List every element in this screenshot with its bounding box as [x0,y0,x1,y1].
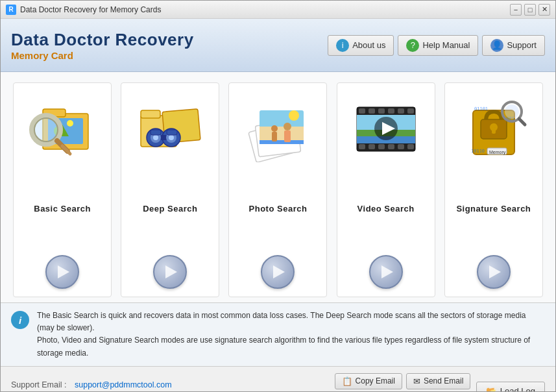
svg-rect-38 [407,108,414,114]
support-icon: 👤 [490,39,503,52]
svg-rect-35 [378,108,385,114]
svg-point-5 [67,120,73,127]
basic-search-icon-area [23,91,101,162]
load-log-button[interactable]: 📂 Load Log [476,382,545,392]
svg-rect-30 [284,130,291,142]
app-title: Data Doctor Recovery [11,30,328,50]
svg-rect-41 [378,144,385,149]
send-email-icon: ✉ [413,376,420,386]
help-icon: ? [406,39,419,52]
support-button[interactable]: 👤 Support [482,35,545,56]
basic-search-label: Basic Search [34,204,91,214]
app-subtitle: Memory Card [11,50,328,61]
photo-search-card[interactable]: Photo Search [228,82,327,297]
svg-line-62 [519,119,525,125]
footer-left: Support Email : support@pddmmctool.com W… [11,380,324,392]
search-grid: Basic Search [8,82,548,297]
svg-rect-36 [388,108,394,114]
svg-rect-28 [272,132,277,141]
svg-point-27 [271,125,278,132]
copy-email-button[interactable]: 📋 Copy Email [335,373,402,389]
svg-point-61 [505,104,519,119]
video-search-label: Video Search [357,204,415,214]
help-button[interactable]: ? Help Manual [398,35,478,56]
maximize-button[interactable]: □ [524,4,536,16]
video-search-card[interactable]: Video Search [337,82,435,297]
main-content: Basic Search [1,72,555,302]
svg-rect-21 [167,130,177,135]
svg-point-31 [289,110,299,121]
header: Data Doctor Recovery Memory Card i About… [1,19,555,72]
info-line1: The Basic Search is quick and recovers d… [37,311,526,332]
about-label: About us [352,40,385,50]
photo-search-label: Photo Search [249,204,308,214]
play-icon [165,265,177,278]
email-buttons: 📋 Copy Email ✉ Send Email [335,373,476,389]
svg-rect-43 [398,144,404,149]
photo-search-icon-area [239,91,317,162]
about-button[interactable]: i About us [328,35,394,56]
signature-search-icon-area: 01101 1001 10110 Memory [455,91,533,162]
footer: Support Email : support@pddmmctool.com W… [1,367,555,392]
photo-search-icon [239,91,317,162]
svg-rect-37 [398,108,404,114]
brand: Data Doctor Recovery Memory Card [11,30,328,61]
info-icon: i [336,39,349,52]
svg-point-18 [153,135,158,140]
basic-search-card[interactable]: Basic Search [13,82,112,297]
copy-email-label: Copy Email [356,376,395,386]
support-label: Support [507,40,537,50]
basic-search-play-btn[interactable] [45,255,79,289]
signature-search-card[interactable]: 01101 1001 10110 Memory Signature Search [444,82,543,297]
help-label: Help Manual [422,40,470,50]
svg-rect-42 [388,144,394,149]
svg-rect-26 [260,140,304,144]
load-log-label: Load Log [500,386,535,392]
close-button[interactable]: ✕ [538,4,550,16]
signature-search-icon: 01101 1001 10110 Memory [455,91,533,162]
load-log-icon: 📂 [486,386,496,392]
video-search-icon-area [347,91,425,162]
photo-search-play-btn[interactable] [261,255,295,289]
window-controls: − □ ✕ [510,4,550,16]
app-icon: R [6,5,16,15]
play-icon [273,265,285,278]
header-nav: i About us ? Help Manual 👤 Support [328,35,545,56]
info-bar: i The Basic Search is quick and recovers… [1,302,555,367]
svg-rect-40 [369,144,375,149]
svg-rect-44 [407,144,414,149]
footer-right: 📂 Load Log [476,382,545,392]
title-bar: R Data Doctor Recovery for Memory Cards … [1,1,555,19]
info-line2: Photo, Video and Signature Search modes … [37,336,530,357]
svg-rect-11 [141,110,160,118]
svg-rect-33 [359,108,365,114]
svg-point-29 [284,123,291,130]
send-email-button[interactable]: ✉ Send Email [406,373,470,389]
basic-search-icon [23,91,101,162]
video-search-icon [347,91,425,162]
send-email-label: Send Email [424,376,463,386]
play-icon [381,265,393,278]
svg-rect-34 [369,108,375,114]
svg-rect-20 [151,130,161,135]
deep-search-icon-area [131,91,209,162]
deep-search-card[interactable]: Deep Search [121,82,219,297]
svg-rect-54 [492,127,496,134]
deep-search-icon [131,91,209,162]
play-icon [489,265,501,278]
svg-point-7 [34,118,58,141]
signature-search-label: Signature Search [456,204,531,214]
minimize-button[interactable]: − [510,4,522,16]
play-icon [58,265,69,278]
video-search-play-btn[interactable] [369,255,403,289]
support-email-link[interactable]: support@pddmmctool.com [75,380,172,389]
deep-search-play-btn[interactable] [153,255,187,289]
svg-point-19 [169,135,174,140]
window-title: Data Doctor Recovery for Memory Cards [20,5,510,14]
signature-search-play-btn[interactable] [477,255,511,289]
svg-text:Memory: Memory [489,150,506,155]
copy-email-icon: 📋 [342,376,352,386]
support-email-label: Support Email : [11,380,69,389]
support-email-row: Support Email : support@pddmmctool.com [11,380,324,389]
info-icon: i [11,311,29,329]
